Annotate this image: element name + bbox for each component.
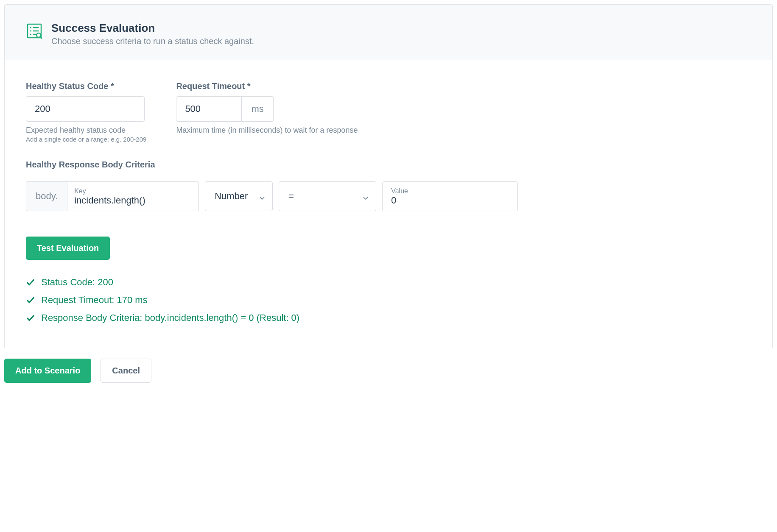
result-status-code-text: Status Code: 200 <box>41 277 113 288</box>
value-field[interactable]: Value <box>382 181 518 211</box>
card-title: Success Evaluation <box>51 22 254 35</box>
svg-line-8 <box>40 37 42 39</box>
card-subtitle: Choose success criteria to run a status … <box>51 36 254 46</box>
chevron-down-icon <box>362 193 369 200</box>
type-select-value: Number <box>215 191 248 202</box>
timeout-input[interactable] <box>176 96 242 122</box>
check-icon <box>26 278 35 287</box>
cancel-button[interactable]: Cancel <box>101 359 151 383</box>
criteria-row: body. Key Number = Value <box>26 181 751 211</box>
status-code-help2: Add a single code or a range; e.g. 200-2… <box>26 136 146 143</box>
result-body-text: Response Body Criteria: body.incidents.l… <box>41 312 299 323</box>
key-field-label: Key <box>74 187 192 195</box>
value-field-label: Value <box>391 187 509 195</box>
evaluation-icon <box>26 22 43 39</box>
body-key-group: body. Key <box>26 181 199 211</box>
card-header: Success Evaluation Choose success criter… <box>5 5 772 60</box>
operator-select-value: = <box>288 191 294 202</box>
status-code-input[interactable] <box>26 96 145 122</box>
add-to-scenario-button[interactable]: Add to Scenario <box>4 359 91 383</box>
timeout-label: Request Timeout * <box>176 81 358 91</box>
result-timeout-text: Request Timeout: 170 ms <box>41 295 148 306</box>
results-list: Status Code: 200 Request Timeout: 170 ms… <box>26 277 751 323</box>
test-evaluation-button[interactable]: Test Evaluation <box>26 237 110 260</box>
status-code-help1: Expected healthy status code <box>26 126 146 135</box>
criteria-group: Healthy Response Body Criteria <box>26 160 751 175</box>
result-status-code: Status Code: 200 <box>26 277 751 288</box>
key-input[interactable] <box>74 195 192 206</box>
timeout-input-group: ms <box>176 96 358 122</box>
form-row-top: Healthy Status Code * Expected healthy s… <box>26 81 751 143</box>
value-input[interactable] <box>391 195 509 206</box>
criteria-label: Healthy Response Body Criteria <box>26 160 751 170</box>
timeout-group: Request Timeout * ms Maximum time (in mi… <box>176 81 358 143</box>
status-code-group: Healthy Status Code * Expected healthy s… <box>26 81 146 143</box>
body-prefix: body. <box>26 181 67 211</box>
result-timeout: Request Timeout: 170 ms <box>26 295 751 306</box>
check-icon <box>26 295 35 305</box>
status-code-label: Healthy Status Code * <box>26 81 146 91</box>
result-body-criteria: Response Body Criteria: body.incidents.l… <box>26 312 751 323</box>
chevron-down-icon <box>259 193 266 200</box>
card-header-text: Success Evaluation Choose success criter… <box>51 22 254 46</box>
timeout-help: Maximum time (in milliseconds) to wait f… <box>176 126 358 135</box>
card-body: Healthy Status Code * Expected healthy s… <box>5 60 772 349</box>
check-icon <box>26 313 35 323</box>
timeout-unit: ms <box>242 96 273 122</box>
footer-actions: Add to Scenario Cancel <box>4 349 773 383</box>
svg-point-7 <box>36 33 41 37</box>
key-field[interactable]: Key <box>67 181 199 211</box>
type-select[interactable]: Number <box>205 181 273 211</box>
operator-select[interactable]: = <box>279 181 376 211</box>
success-evaluation-card: Success Evaluation Choose success criter… <box>4 4 773 349</box>
